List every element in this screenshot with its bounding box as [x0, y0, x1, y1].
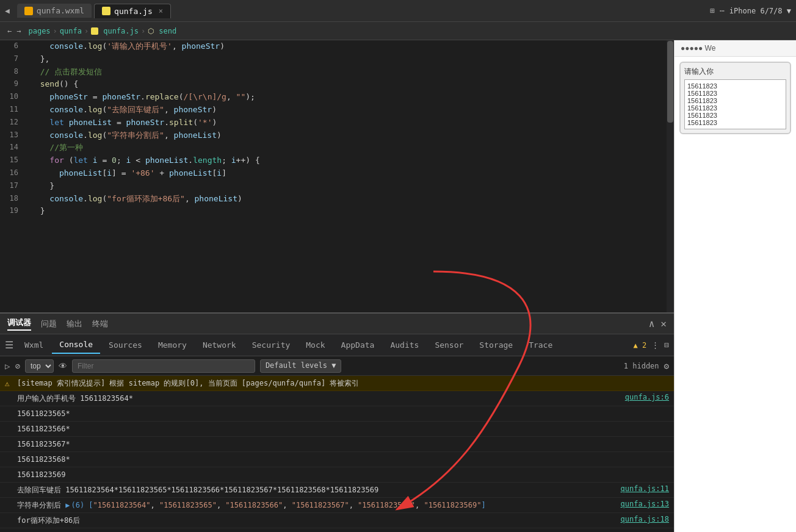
- phone-input-label: 请输入你: [684, 66, 786, 77]
- tab-js-label: qunfa.js: [114, 7, 153, 16]
- console-link-8[interactable]: qunfa.js:13: [621, 500, 669, 508]
- breadcrumb-item-1[interactable]: pages: [28, 27, 50, 35]
- tab-security[interactable]: Security: [245, 337, 298, 353]
- signal-indicator: ●●●●● We: [681, 44, 715, 52]
- code-line-15: 15 for (let i = 0; i < phoneList.length;…: [0, 154, 674, 167]
- breadcrumb-forward[interactable]: →: [16, 27, 21, 35]
- breadcrumb-item-2[interactable]: qunfa: [60, 27, 82, 35]
- console-link-1[interactable]: qunfa.js:6: [625, 393, 669, 401]
- default-levels-dropdown[interactable]: Default levels ▼: [260, 359, 342, 373]
- tab-console[interactable]: Console: [52, 336, 100, 354]
- line-number-13: 13: [0, 129, 28, 141]
- console-row-3: 15611823566*: [0, 422, 674, 437]
- console-output[interactable]: ⚠ [sitemap 索引情况提示] 根据 sitemap 的规则[0], 当前…: [0, 376, 674, 532]
- code-line-14: 14 //第一种: [0, 142, 674, 154]
- settings-icon[interactable]: ⚙: [664, 361, 669, 371]
- breadcrumb-sep-2: ›: [84, 27, 89, 35]
- devtools-dock-icon[interactable]: ⊟: [664, 340, 669, 350]
- tab-sensor[interactable]: Sensor: [427, 337, 471, 353]
- tab-wxml[interactable]: qunfa.wxml: [17, 4, 92, 18]
- more-button[interactable]: ⋯: [720, 6, 725, 15]
- tab-appdata[interactable]: AppData: [334, 337, 382, 353]
- console-row-5: 15611823568*: [0, 452, 674, 467]
- line-number-17: 17: [0, 180, 28, 192]
- tab-network[interactable]: Network: [195, 337, 244, 353]
- devtools-more-icon[interactable]: ⋮: [651, 340, 659, 350]
- tab-trace[interactable]: Trace: [521, 337, 560, 353]
- code-line-8: 8 // 点击群发短信: [0, 66, 674, 79]
- code-line-6: 6 console.log('请输入的手机号', phoneStr): [0, 40, 674, 53]
- devtools-tab-issues[interactable]: 问题: [41, 318, 57, 329]
- tab-close-button[interactable]: ×: [159, 7, 163, 15]
- console-row-6: 15611823569: [0, 467, 674, 483]
- tab-memory[interactable]: Memory: [151, 337, 194, 353]
- tab-audits[interactable]: Audits: [383, 337, 426, 353]
- breadcrumb-item-3[interactable]: qunfa.js: [103, 27, 139, 35]
- devtools-collapse-button[interactable]: ∧: [649, 318, 655, 329]
- devtools-tab-debugger[interactable]: 调试器: [7, 317, 31, 331]
- tab-js[interactable]: qunfa.js ×: [94, 4, 171, 18]
- console-link-9[interactable]: qunfa.js:18: [621, 515, 669, 523]
- context-selector[interactable]: top: [25, 359, 54, 373]
- code-line-10: 10 phoneStr = phoneStr.replace(/[\r\n]/g…: [0, 91, 674, 104]
- phone-line-6: 15611823: [687, 119, 783, 126]
- tab-wxml[interactable]: Wxml: [17, 337, 51, 353]
- eye-icon[interactable]: 👁: [59, 361, 67, 371]
- console-toolbar: ▷ ⊘ top 👁 Default levels ▼ 1 hidden ⚙: [0, 356, 674, 376]
- devtools-tab-terminal[interactable]: 终端: [92, 318, 108, 329]
- devtools-nav-icon[interactable]: ☰: [5, 339, 13, 351]
- breadcrumb-icon-fn: ⬡: [148, 27, 154, 35]
- devtools-topbar-right: ∧ ✕: [649, 318, 667, 329]
- console-row-10: ▶(6) ["+8615611823564", "+8615611823565"…: [0, 528, 674, 532]
- phone-line-3: 15611823: [687, 97, 783, 104]
- phone-input-box[interactable]: 15611823 15611823 15611823 15611823 1561…: [684, 79, 786, 129]
- devtools-topbar-tabs: 调试器 问题 输出 终端: [7, 317, 108, 331]
- code-line-17: 17 }: [0, 180, 674, 193]
- console-row-8: 字符串分割后 ▶(6) ["15611823564", "15611823565…: [0, 498, 674, 513]
- code-line-9: 9 send() {: [0, 78, 674, 91]
- devtools-close-button[interactable]: ✕: [660, 318, 667, 329]
- devtools-nav-right: ▲ 2 ⋮ ⊟: [633, 340, 669, 350]
- vertical-scrollbar[interactable]: [667, 40, 674, 312]
- console-row-2: 15611823565*: [0, 406, 674, 422]
- line-number-15: 15: [0, 154, 28, 166]
- code-editor[interactable]: 6 console.log('请输入的手机号', phoneStr) 7 }, …: [0, 40, 674, 312]
- console-link-7[interactable]: qunfa.js:11: [621, 484, 669, 493]
- breadcrumb-icon-js: [91, 27, 98, 35]
- split-button[interactable]: ⊞: [710, 6, 715, 15]
- devtools-topbar: 调试器 问题 输出 终端 ∧ ✕: [0, 314, 674, 334]
- console-text-4: 15611823567*: [17, 439, 669, 450]
- breadcrumb-sep-1: ›: [53, 27, 57, 35]
- phone-line-1: 15611823: [687, 82, 783, 90]
- right-panel-header: ●●●●● We: [675, 40, 796, 57]
- line-content-19: }: [28, 205, 674, 218]
- line-content-13: console.log("字符串分割后", phoneList): [28, 129, 674, 142]
- block-icon[interactable]: ⊘: [15, 361, 20, 371]
- line-content-16: phoneList[i] = '+86' + phoneList[i]: [28, 167, 674, 180]
- tab-mock[interactable]: Mock: [298, 337, 332, 353]
- breadcrumb-back[interactable]: ←: [7, 27, 12, 35]
- code-line-11: 11 console.log("去除回车键后", phoneStr): [0, 104, 674, 117]
- line-number-14: 14: [0, 142, 28, 153]
- console-text-2: 15611823565*: [17, 408, 669, 419]
- console-text-7: 去除回车键后 15611823564*15611823565*156118235…: [17, 484, 621, 495]
- line-number-9: 9: [0, 78, 28, 90]
- tab-storage[interactable]: Storage: [472, 337, 520, 353]
- run-icon[interactable]: ▷: [5, 361, 10, 371]
- line-number-8: 8: [0, 66, 28, 77]
- line-number-12: 12: [0, 117, 28, 128]
- tab-sources[interactable]: Sources: [101, 337, 150, 353]
- code-line-12: 12 let phoneList = phoneStr.split('*'): [0, 117, 674, 129]
- console-row-4: 15611823567*: [0, 437, 674, 452]
- filter-input[interactable]: [72, 359, 255, 373]
- line-content-18: console.log("for循环添加+86后", phoneList)———…: [28, 193, 674, 206]
- back-icon[interactable]: ◀: [5, 6, 10, 15]
- devtools-tab-output[interactable]: 输出: [67, 318, 82, 329]
- nav-buttons: ◀: [5, 6, 10, 15]
- line-content-6: console.log('请输入的手机号', phoneStr): [28, 40, 674, 53]
- device-selector[interactable]: iPhone 6/7/8 ▼: [729, 7, 791, 15]
- console-text-1: 用户输入的手机号 15611823564*: [17, 393, 625, 404]
- console-row-1: 用户输入的手机号 15611823564* qunfa.js:6: [0, 391, 674, 406]
- breadcrumb-item-4[interactable]: send: [159, 27, 176, 35]
- breadcrumb: ← → pages › qunfa › qunfa.js › ⬡ send: [0, 22, 796, 40]
